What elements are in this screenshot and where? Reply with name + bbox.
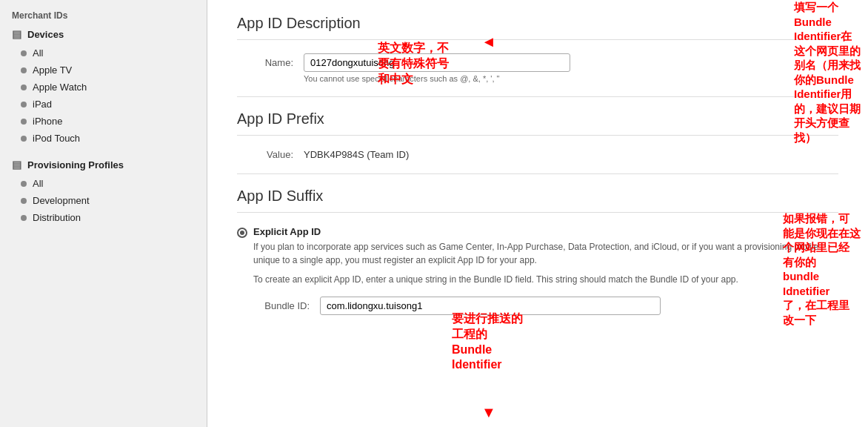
sidebar-dot	[21, 119, 27, 125]
name-row: Name: You cannot use special characters …	[237, 53, 838, 83]
sidebar-item-all-devices[interactable]: All	[0, 44, 207, 62]
explicit-desc2: To create an explicit App ID, enter a un…	[253, 273, 838, 286]
sidebar-dot	[21, 136, 27, 142]
prefix-value-label: Value:	[237, 149, 304, 160]
explicit-app-id-row: Explicit App ID If you plan to incorpora…	[237, 226, 838, 320]
name-field: You cannot use special characters such a…	[304, 53, 838, 83]
prefix-row: Value: YDBK4P984S (Team ID)	[237, 149, 838, 160]
sidebar-item-apple-watch[interactable]: Apple Watch	[0, 79, 207, 96]
bundle-id-field	[320, 297, 838, 315]
divider-2	[237, 173, 838, 174]
sidebar-dot	[21, 67, 27, 73]
sidebar: Merchant IDs ▤ Devices All Apple TV Appl…	[0, 0, 207, 427]
sidebar-devices-header[interactable]: ▤ Devices	[0, 24, 207, 44]
sidebar-devices-label: Devices	[27, 29, 64, 40]
app-id-suffix-title: App ID Suffix	[237, 188, 838, 213]
bundle-id-row: Bundle ID:	[253, 297, 838, 315]
arrow-bundle-id: ▼	[481, 404, 496, 421]
explicit-radio[interactable]	[237, 228, 247, 238]
prefix-value: YDBK4P984S (Team ID)	[304, 149, 409, 160]
sidebar-dot	[21, 102, 27, 107]
explicit-title: Explicit App ID	[253, 226, 838, 237]
app-id-prefix-title: App ID Prefix	[237, 110, 838, 136]
sidebar-item-iphone[interactable]: iPhone	[0, 113, 207, 130]
sidebar-item-all-provisioning[interactable]: All	[0, 175, 207, 192]
bundle-id-label: Bundle ID:	[253, 297, 320, 311]
bundle-id-input[interactable]	[320, 297, 661, 315]
sidebar-item-ipod-touch[interactable]: iPod Touch	[0, 130, 207, 147]
name-input[interactable]	[304, 53, 570, 72]
sidebar-dot	[21, 215, 27, 221]
name-label: Name:	[237, 53, 304, 68]
explicit-desc1: If you plan to incorporate app services …	[253, 240, 838, 267]
sidebar-dot	[21, 50, 27, 56]
divider-1	[237, 96, 838, 97]
sidebar-dot	[21, 198, 27, 204]
sidebar-provisioning-label: Provisioning Profiles	[27, 159, 124, 171]
sidebar-item-distribution[interactable]: Distribution	[0, 209, 207, 226]
name-hint: You cannot use special characters such a…	[304, 74, 838, 83]
sidebar-dot	[21, 85, 27, 90]
arrow-name: ◄	[481, 33, 496, 50]
sidebar-merchant-ids[interactable]: Merchant IDs	[0, 6, 207, 24]
explicit-content: Explicit App ID If you plan to incorpora…	[253, 226, 838, 320]
sidebar-item-development[interactable]: Development	[0, 192, 207, 209]
sidebar-provisioning-header[interactable]: ▤ Provisioning Profiles	[0, 154, 207, 175]
sidebar-item-ipad[interactable]: iPad	[0, 96, 207, 113]
annotation-push-bundle: 要进行推送的工程的BundleIdentifier	[452, 311, 523, 373]
sidebar-dot	[21, 181, 27, 187]
app-id-description-title: App ID Description	[237, 15, 838, 40]
main-content: App ID Description Name: You cannot use …	[207, 0, 868, 427]
provisioning-icon: ▤	[12, 159, 21, 171]
sidebar-item-apple-tv[interactable]: Apple TV	[0, 62, 207, 79]
devices-icon: ▤	[12, 28, 21, 40]
